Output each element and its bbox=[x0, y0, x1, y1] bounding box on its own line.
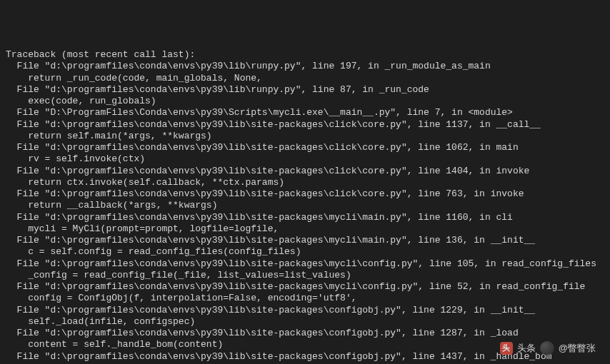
traceback-code-line: config = ConfigObj(f, interpolation=Fals… bbox=[6, 293, 604, 304]
traceback-code-line: return self.main(*args, **kwargs) bbox=[6, 131, 604, 142]
traceback-file-line: File "d:\programfiles\conda\envs\py39\li… bbox=[6, 61, 604, 72]
traceback-file-line: File "d:\programfiles\conda\envs\py39\li… bbox=[6, 166, 604, 177]
traceback-code-line: mycli = MyCli(prompt=prompt, logfile=log… bbox=[6, 223, 604, 235]
traceback-header: Traceback (most recent call last): bbox=[6, 49, 604, 61]
traceback-code-line: c = self.config = read_config_files(conf… bbox=[6, 246, 604, 258]
traceback-file-line: File "d:\programfiles\conda\envs\py39\li… bbox=[6, 188, 604, 200]
traceback-code-line: return __callback(*args, **kwargs) bbox=[6, 200, 604, 211]
avatar bbox=[540, 341, 554, 355]
traceback-file-line: File "d:\programfiles\conda\envs\py39\li… bbox=[6, 258, 604, 270]
traceback-file-line: File "d:\programfiles\conda\envs\py39\li… bbox=[6, 119, 604, 131]
traceback-code-line: self._load(infile, configspec) bbox=[6, 316, 604, 328]
traceback-file-line: File "d:\programfiles\conda\envs\py39\li… bbox=[6, 212, 604, 223]
traceback-code-line: exec(code, run_globals) bbox=[6, 96, 604, 107]
traceback-file-line: File "d:\programfiles\conda\envs\py39\li… bbox=[6, 305, 604, 316]
traceback-file-line: File "d:\programfiles\conda\envs\py39\li… bbox=[6, 84, 604, 96]
traceback-file-line: File "d:\programfiles\conda\envs\py39\li… bbox=[6, 328, 604, 339]
terminal-output: Traceback (most recent call last): File … bbox=[6, 49, 604, 364]
platform-icon: 头 bbox=[500, 342, 513, 355]
traceback-file-line: File "d:\programfiles\conda\envs\py39\li… bbox=[6, 281, 604, 293]
traceback-file-line: File "D:\ProgramFiles\Conda\envs\py39\Sc… bbox=[6, 107, 604, 118]
traceback-file-line: File "d:\programfiles\conda\envs\py39\li… bbox=[6, 235, 604, 246]
platform-label: 头条 bbox=[517, 343, 536, 354]
traceback-code-line: return _run_code(code, main_globals, Non… bbox=[6, 73, 604, 84]
watermark: 头 头条 @瞥瞥张 bbox=[500, 341, 596, 355]
traceback-code-line: _config = read_config_file(_file, list_v… bbox=[6, 270, 604, 281]
traceback-code-line: rv = self.invoke(ctx) bbox=[6, 153, 604, 165]
traceback-file-line: File "d:\programfiles\conda\envs\py39\li… bbox=[6, 142, 604, 153]
username-label: @瞥瞥张 bbox=[559, 343, 596, 354]
traceback-code-line: return ctx.invoke(self.callback, **ctx.p… bbox=[6, 177, 604, 188]
